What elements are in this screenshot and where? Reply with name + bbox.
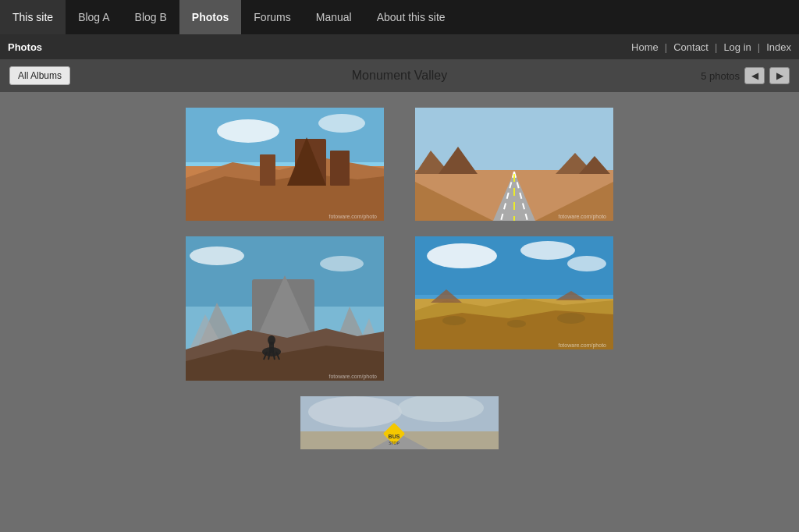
main-content: fotoware.com/photo xyxy=(0,92,799,532)
svg-text:fotoware.com/photo: fotoware.com/photo xyxy=(329,374,378,380)
all-albums-button[interactable]: All Albums xyxy=(9,66,70,85)
photo-grid: fotoware.com/photo xyxy=(23,108,776,449)
contact-link[interactable]: Contact xyxy=(673,41,708,53)
album-nav: 5 photos ◀ ▶ xyxy=(701,67,790,84)
album-title: Monument Valley xyxy=(352,69,447,83)
svg-point-54 xyxy=(507,320,526,328)
photo-item-3[interactable]: fotoware.com/photo xyxy=(186,236,384,381)
svg-point-48 xyxy=(520,241,575,260)
nav-item-blog-b[interactable]: Blog B xyxy=(123,0,179,34)
svg-point-27 xyxy=(190,246,244,265)
photo-item-4[interactable]: fotoware.com/photo xyxy=(415,236,613,381)
svg-point-55 xyxy=(557,313,585,324)
photo-row-3: BUS STOP xyxy=(300,396,499,449)
login-link[interactable]: Log in xyxy=(723,41,751,53)
svg-point-49 xyxy=(567,256,606,271)
svg-text:fotoware.com/photo: fotoware.com/photo xyxy=(329,214,378,220)
svg-point-2 xyxy=(217,119,279,143)
svg-point-53 xyxy=(442,316,466,325)
album-bar: All Albums Monument Valley 5 photos ◀ ▶ xyxy=(0,59,799,92)
photo-row-2: fotoware.com/photo xyxy=(186,236,613,381)
svg-point-60 xyxy=(308,396,402,427)
home-link[interactable]: Home xyxy=(631,41,659,53)
sub-header-links: Home | Contact | Log in | Index xyxy=(631,41,791,53)
nav-item-blog-a[interactable]: Blog A xyxy=(66,0,122,34)
svg-text:STOP: STOP xyxy=(389,441,400,445)
svg-text:fotoware.com/photo: fotoware.com/photo xyxy=(559,214,607,220)
nav-bar: This site Blog A Blog B Photos Forums Ma… xyxy=(0,0,799,34)
nav-item-photos[interactable]: Photos xyxy=(179,0,241,34)
sub-header: Photos Home | Contact | Log in | Index xyxy=(0,34,799,59)
svg-text:fotoware.com/photo: fotoware.com/photo xyxy=(559,342,607,349)
photo-item-5[interactable]: BUS STOP xyxy=(300,396,499,449)
svg-text:BUS: BUS xyxy=(389,434,400,439)
nav-item-about[interactable]: About this site xyxy=(364,0,458,34)
prev-arrow[interactable]: ◀ xyxy=(744,67,765,84)
nav-item-manual[interactable]: Manual xyxy=(304,0,364,34)
nav-item-forums[interactable]: Forums xyxy=(241,0,303,34)
svg-point-3 xyxy=(318,114,365,133)
nav-item-this-site[interactable]: This site xyxy=(0,0,66,34)
photo-item-2[interactable]: fotoware.com/photo xyxy=(415,108,613,221)
photo-row-1: fotoware.com/photo xyxy=(186,108,613,221)
section-label: Photos xyxy=(8,41,42,53)
next-arrow[interactable]: ▶ xyxy=(769,67,790,84)
photo-item-1[interactable]: fotoware.com/photo xyxy=(186,108,384,221)
index-link[interactable]: Index xyxy=(766,41,791,53)
svg-point-28 xyxy=(320,256,364,271)
svg-rect-9 xyxy=(330,151,350,186)
svg-point-47 xyxy=(427,243,497,268)
svg-rect-10 xyxy=(260,154,275,186)
svg-point-39 xyxy=(268,335,275,345)
photos-count: 5 photos xyxy=(701,70,740,82)
